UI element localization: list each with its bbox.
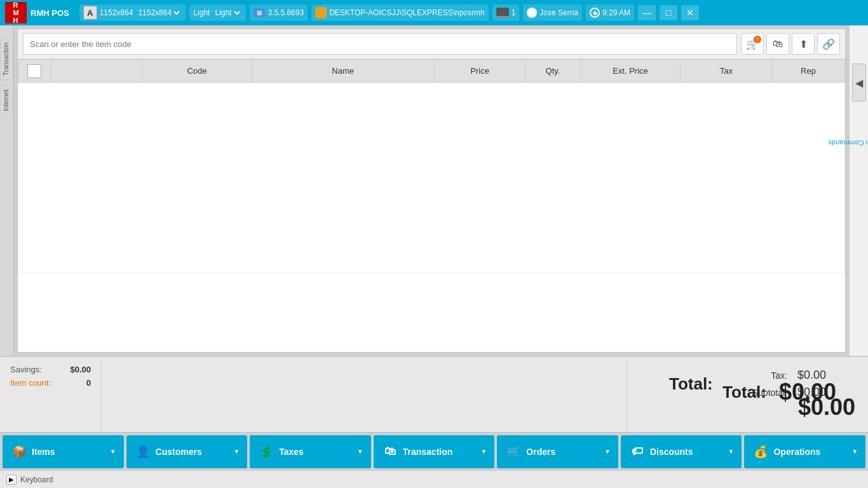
customers-nav-button[interactable]: 👤 Customers ▼ bbox=[126, 435, 248, 468]
keyboard-bar: ▶ Keyboard bbox=[0, 470, 868, 488]
discounts-nav-button[interactable]: 🏷 Discounts ▼ bbox=[621, 435, 742, 468]
operations-arrow-icon: ▼ bbox=[851, 448, 858, 455]
minimize-button[interactable]: — bbox=[638, 5, 656, 20]
upload-icon-button[interactable]: ⬆ bbox=[792, 33, 815, 55]
discounts-arrow-icon: ▼ bbox=[728, 448, 735, 455]
operations-nav-button[interactable]: 💰 Operations ▼ bbox=[744, 435, 865, 468]
col-price: Price bbox=[434, 60, 526, 83]
version-display: ▦ 3.5.5.8693 bbox=[250, 4, 308, 21]
col-checkbox bbox=[18, 60, 51, 83]
internet-tab[interactable]: Internet bbox=[0, 85, 13, 116]
server-value: DESKTOP-AOICSJJ\SQLEXPRESS\nposrmh bbox=[329, 8, 485, 17]
taxes-arrow-icon: ▼ bbox=[357, 448, 363, 455]
items-table-container: Code Name Price Qty. Ext. Price Tax Rep bbox=[18, 59, 845, 352]
col-ext-price: Ext. Price bbox=[580, 60, 681, 83]
orders-arrow-icon: ▼ bbox=[604, 448, 611, 455]
user-display: Jose Serna bbox=[523, 4, 582, 21]
search-bar: 🛒 ! 🛍 ⬆ 🔗 bbox=[18, 29, 845, 59]
custom-commands-toggle[interactable]: ◀ bbox=[852, 64, 866, 102]
taxes-icon: 💲 bbox=[257, 443, 275, 461]
search-actions: 🛒 ! 🛍 ⬆ 🔗 bbox=[741, 33, 840, 55]
app-title: RMH POS bbox=[31, 8, 69, 18]
cart-icon-wrapper: 🛒 ! bbox=[746, 38, 759, 50]
monitor-icon bbox=[496, 8, 509, 18]
orders-label: Orders bbox=[526, 447, 555, 457]
item-count-label: Item count: bbox=[10, 378, 51, 388]
items-arrow-icon: ▼ bbox=[110, 448, 116, 455]
col-empty bbox=[51, 60, 142, 83]
item-search-input[interactable] bbox=[23, 33, 737, 55]
summary-left: Savings: $0.00 Item count: 0 bbox=[0, 357, 102, 432]
resolution-select[interactable]: 1152x864 868x488 bbox=[135, 8, 182, 18]
transaction-icon: 🛍 bbox=[381, 443, 399, 461]
display-count-value: 1 bbox=[512, 8, 516, 17]
operations-icon: 💰 bbox=[752, 443, 770, 461]
total-label: Total: bbox=[640, 374, 713, 394]
app-logo: RMH bbox=[5, 2, 27, 24]
cart-icon-button[interactable]: 🛒 ! bbox=[741, 33, 764, 55]
savings-value: $0.00 bbox=[70, 365, 91, 374]
theme-control[interactable]: Light Light Dark bbox=[189, 4, 246, 21]
table-row bbox=[18, 83, 845, 273]
link-icon-button[interactable]: 🔗 bbox=[817, 33, 840, 55]
items-label: Items bbox=[32, 447, 55, 457]
operations-label: Operations bbox=[773, 447, 820, 457]
orders-icon: 🛒 bbox=[505, 443, 522, 461]
total-overlay: Total: $0.00 bbox=[722, 379, 836, 405]
bag-icon-button[interactable]: 🛍 bbox=[766, 33, 789, 55]
discounts-label: Discounts bbox=[650, 447, 693, 457]
savings-label: Savings: bbox=[10, 365, 42, 374]
font-size-control[interactable]: A 1152x864 1152x864 868x488 bbox=[79, 4, 186, 21]
keyboard-toggle-checkbox[interactable]: ▶ bbox=[6, 475, 17, 485]
orders-nav-button[interactable]: 🛒 Orders ▼ bbox=[497, 435, 618, 468]
font-icon: A bbox=[83, 6, 97, 20]
keyboard-label: Keyboard bbox=[20, 475, 53, 484]
server-icon bbox=[315, 7, 327, 18]
item-count-value: 0 bbox=[86, 378, 91, 388]
cart-warning-badge: ! bbox=[754, 36, 761, 43]
user-avatar-icon bbox=[527, 8, 537, 18]
col-qty: Qty. bbox=[526, 60, 580, 83]
transaction-tab[interactable]: Transaction bbox=[0, 38, 13, 80]
customers-icon: 👤 bbox=[134, 443, 152, 461]
user-name: Jose Serna bbox=[539, 8, 578, 17]
header-bar: RMH RMH POS A 1152x864 1152x864 868x488… bbox=[0, 0, 868, 25]
col-rep: Rep bbox=[772, 60, 845, 83]
customers-arrow-icon: ▼ bbox=[233, 448, 240, 455]
col-tax: Tax bbox=[681, 60, 772, 83]
link-icon: 🔗 bbox=[822, 38, 835, 50]
savings-row: Savings: $0.00 bbox=[10, 365, 91, 374]
custom-commands-label[interactable]: Custom Commands bbox=[828, 139, 868, 147]
summary-center bbox=[102, 357, 627, 432]
customers-label: Customers bbox=[156, 447, 202, 457]
col-code: Code bbox=[142, 60, 252, 83]
discounts-icon: 🏷 bbox=[628, 443, 646, 461]
version-value: 3.5.5.8693 bbox=[268, 8, 304, 17]
resolution-display: 1152x864 bbox=[100, 8, 133, 17]
clock-icon: 🕒 bbox=[590, 8, 600, 18]
theme-value: Light bbox=[193, 8, 210, 17]
maximize-button[interactable]: □ bbox=[660, 5, 677, 20]
transaction-label: Transaction bbox=[403, 447, 453, 457]
items-table: Code Name Price Qty. Ext. Price Tax Rep bbox=[18, 59, 845, 273]
transaction-arrow-icon: ▼ bbox=[480, 448, 487, 455]
items-nav-button[interactable]: 📦 Items ▼ bbox=[3, 435, 124, 468]
time-value: 9:29 AM bbox=[602, 8, 630, 17]
bag-icon: 🛍 bbox=[773, 38, 783, 50]
db-icon: ▦ bbox=[254, 8, 265, 17]
table-body bbox=[18, 83, 845, 273]
transaction-nav-button[interactable]: 🛍 Transaction ▼ bbox=[374, 435, 495, 468]
col-name: Name bbox=[252, 60, 434, 83]
total-value-display: $0.00 bbox=[779, 379, 836, 405]
close-button[interactable]: ✕ bbox=[681, 5, 699, 20]
item-count-row: Item count: 0 bbox=[10, 378, 91, 388]
taxes-nav-button[interactable]: 💲 Taxes ▼ bbox=[250, 435, 371, 468]
bottom-nav: 📦 Items ▼ 👤 Customers ▼ 💲 Taxes ▼ 🛍 Tran… bbox=[0, 432, 868, 470]
select-all-checkbox[interactable] bbox=[27, 64, 41, 78]
transaction-area: 🛒 ! 🛍 ⬆ 🔗 bbox=[17, 28, 846, 353]
server-display: DESKTOP-AOICSJJ\SQLEXPRESS\nposrmh bbox=[311, 4, 489, 21]
theme-select[interactable]: Light Dark bbox=[212, 8, 242, 18]
main-content: Transaction Internet 🛒 ! 🛍 ⬆ bbox=[0, 25, 868, 356]
time-display: 🕒 9:29 AM bbox=[586, 4, 634, 21]
display-count: 1 bbox=[492, 4, 520, 21]
